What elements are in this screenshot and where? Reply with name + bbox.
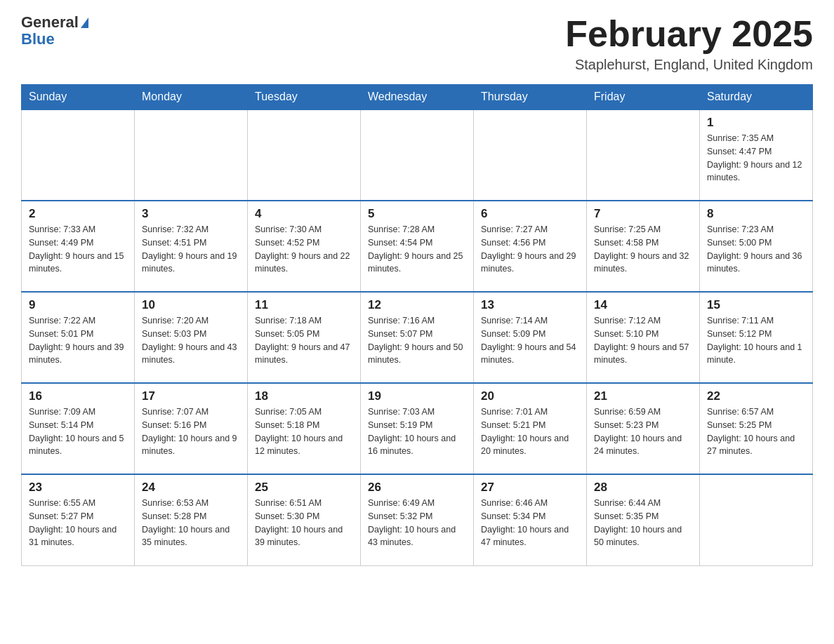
weekday-header-monday: Monday: [135, 85, 248, 110]
day-info: Sunrise: 7:35 AM Sunset: 4:47 PM Dayligh…: [707, 132, 805, 185]
day-info: Sunrise: 7:07 AM Sunset: 5:16 PM Dayligh…: [142, 405, 240, 458]
day-info: Sunrise: 7:18 AM Sunset: 5:05 PM Dayligh…: [255, 314, 353, 367]
day-info: Sunrise: 7:32 AM Sunset: 4:51 PM Dayligh…: [142, 223, 240, 276]
page-header: General Blue February 2025 Staplehurst, …: [21, 14, 813, 73]
calendar-week-row: 1Sunrise: 7:35 AM Sunset: 4:47 PM Daylig…: [22, 109, 813, 201]
day-number: 21: [594, 389, 692, 403]
day-info: Sunrise: 6:55 AM Sunset: 5:27 PM Dayligh…: [29, 497, 127, 549]
day-number: 9: [29, 298, 127, 312]
location-text: Staplehurst, England, United Kingdom: [565, 57, 813, 73]
calendar-cell: 26Sunrise: 6:49 AM Sunset: 5:32 PM Dayli…: [361, 474, 474, 565]
calendar-cell: 27Sunrise: 6:46 AM Sunset: 5:34 PM Dayli…: [474, 474, 587, 565]
day-info: Sunrise: 7:33 AM Sunset: 4:49 PM Dayligh…: [29, 223, 127, 276]
weekday-header-thursday: Thursday: [474, 85, 587, 110]
day-info: Sunrise: 7:05 AM Sunset: 5:18 PM Dayligh…: [255, 405, 353, 458]
calendar-cell: 24Sunrise: 6:53 AM Sunset: 5:28 PM Dayli…: [135, 474, 248, 565]
day-number: 19: [368, 389, 466, 403]
day-number: 5: [368, 207, 466, 221]
calendar-cell: [248, 109, 361, 201]
calendar-cell: 17Sunrise: 7:07 AM Sunset: 5:16 PM Dayli…: [135, 383, 248, 474]
day-number: 23: [29, 481, 127, 495]
day-info: Sunrise: 7:01 AM Sunset: 5:21 PM Dayligh…: [481, 405, 579, 458]
day-info: Sunrise: 7:12 AM Sunset: 5:10 PM Dayligh…: [594, 314, 692, 367]
weekday-header-saturday: Saturday: [700, 85, 813, 110]
calendar-cell: 8Sunrise: 7:23 AM Sunset: 5:00 PM Daylig…: [700, 201, 813, 292]
day-number: 27: [481, 481, 579, 495]
day-info: Sunrise: 6:46 AM Sunset: 5:34 PM Dayligh…: [481, 497, 579, 549]
calendar-week-row: 9Sunrise: 7:22 AM Sunset: 5:01 PM Daylig…: [22, 292, 813, 383]
calendar-cell: 20Sunrise: 7:01 AM Sunset: 5:21 PM Dayli…: [474, 383, 587, 474]
calendar-cell: 2Sunrise: 7:33 AM Sunset: 4:49 PM Daylig…: [22, 201, 135, 292]
calendar-table: SundayMondayTuesdayWednesdayThursdayFrid…: [21, 84, 813, 566]
calendar-cell: [474, 109, 587, 201]
logo-triangle-icon: [81, 18, 88, 28]
day-number: 8: [707, 207, 805, 221]
day-info: Sunrise: 6:57 AM Sunset: 5:25 PM Dayligh…: [707, 405, 805, 458]
day-info: Sunrise: 7:14 AM Sunset: 5:09 PM Dayligh…: [481, 314, 579, 367]
calendar-cell: 28Sunrise: 6:44 AM Sunset: 5:35 PM Dayli…: [587, 474, 700, 565]
day-number: 13: [481, 298, 579, 312]
calendar-cell: 4Sunrise: 7:30 AM Sunset: 4:52 PM Daylig…: [248, 201, 361, 292]
weekday-header-tuesday: Tuesday: [248, 85, 361, 110]
weekday-header-wednesday: Wednesday: [361, 85, 474, 110]
calendar-cell: 23Sunrise: 6:55 AM Sunset: 5:27 PM Dayli…: [22, 474, 135, 565]
calendar-cell: 10Sunrise: 7:20 AM Sunset: 5:03 PM Dayli…: [135, 292, 248, 383]
day-number: 11: [255, 298, 353, 312]
calendar-week-row: 16Sunrise: 7:09 AM Sunset: 5:14 PM Dayli…: [22, 383, 813, 474]
day-info: Sunrise: 6:53 AM Sunset: 5:28 PM Dayligh…: [142, 497, 240, 549]
calendar-cell: 22Sunrise: 6:57 AM Sunset: 5:25 PM Dayli…: [700, 383, 813, 474]
weekday-header-row: SundayMondayTuesdayWednesdayThursdayFrid…: [22, 85, 813, 110]
day-number: 1: [707, 116, 805, 130]
day-info: Sunrise: 7:03 AM Sunset: 5:19 PM Dayligh…: [368, 405, 466, 458]
calendar-cell: 15Sunrise: 7:11 AM Sunset: 5:12 PM Dayli…: [700, 292, 813, 383]
day-info: Sunrise: 7:27 AM Sunset: 4:56 PM Dayligh…: [481, 223, 579, 276]
day-info: Sunrise: 7:30 AM Sunset: 4:52 PM Dayligh…: [255, 223, 353, 276]
day-number: 7: [594, 207, 692, 221]
calendar-cell: 14Sunrise: 7:12 AM Sunset: 5:10 PM Dayli…: [587, 292, 700, 383]
day-number: 22: [707, 389, 805, 403]
day-info: Sunrise: 7:25 AM Sunset: 4:58 PM Dayligh…: [594, 223, 692, 276]
day-number: 4: [255, 207, 353, 221]
day-number: 6: [481, 207, 579, 221]
day-number: 10: [142, 298, 240, 312]
day-number: 16: [29, 389, 127, 403]
calendar-cell: 13Sunrise: 7:14 AM Sunset: 5:09 PM Dayli…: [474, 292, 587, 383]
calendar-body: 1Sunrise: 7:35 AM Sunset: 4:47 PM Daylig…: [22, 109, 813, 565]
logo-general-text: General: [21, 14, 79, 31]
day-number: 17: [142, 389, 240, 403]
calendar-cell: 16Sunrise: 7:09 AM Sunset: 5:14 PM Dayli…: [22, 383, 135, 474]
day-number: 28: [594, 481, 692, 495]
day-info: Sunrise: 7:28 AM Sunset: 4:54 PM Dayligh…: [368, 223, 466, 276]
month-title: February 2025: [565, 14, 813, 54]
logo: General Blue: [21, 14, 88, 48]
calendar-cell: [700, 474, 813, 565]
calendar-week-row: 23Sunrise: 6:55 AM Sunset: 5:27 PM Dayli…: [22, 474, 813, 565]
day-number: 18: [255, 389, 353, 403]
calendar-cell: 21Sunrise: 6:59 AM Sunset: 5:23 PM Dayli…: [587, 383, 700, 474]
day-number: 14: [594, 298, 692, 312]
calendar-cell: 1Sunrise: 7:35 AM Sunset: 4:47 PM Daylig…: [700, 109, 813, 201]
calendar-cell: 25Sunrise: 6:51 AM Sunset: 5:30 PM Dayli…: [248, 474, 361, 565]
calendar-cell: 5Sunrise: 7:28 AM Sunset: 4:54 PM Daylig…: [361, 201, 474, 292]
calendar-cell: 12Sunrise: 7:16 AM Sunset: 5:07 PM Dayli…: [361, 292, 474, 383]
calendar-cell: [135, 109, 248, 201]
day-info: Sunrise: 7:09 AM Sunset: 5:14 PM Dayligh…: [29, 405, 127, 458]
day-info: Sunrise: 7:20 AM Sunset: 5:03 PM Dayligh…: [142, 314, 240, 367]
day-info: Sunrise: 6:44 AM Sunset: 5:35 PM Dayligh…: [594, 497, 692, 549]
calendar-cell: 11Sunrise: 7:18 AM Sunset: 5:05 PM Dayli…: [248, 292, 361, 383]
day-number: 3: [142, 207, 240, 221]
day-number: 12: [368, 298, 466, 312]
calendar-cell: [22, 109, 135, 201]
day-number: 20: [481, 389, 579, 403]
weekday-header-sunday: Sunday: [22, 85, 135, 110]
day-number: 25: [255, 481, 353, 495]
calendar-cell: 3Sunrise: 7:32 AM Sunset: 4:51 PM Daylig…: [135, 201, 248, 292]
day-info: Sunrise: 7:22 AM Sunset: 5:01 PM Dayligh…: [29, 314, 127, 367]
calendar-cell: 6Sunrise: 7:27 AM Sunset: 4:56 PM Daylig…: [474, 201, 587, 292]
day-number: 2: [29, 207, 127, 221]
calendar-cell: 19Sunrise: 7:03 AM Sunset: 5:19 PM Dayli…: [361, 383, 474, 474]
weekday-header-friday: Friday: [587, 85, 700, 110]
logo-blue-text: Blue: [21, 30, 55, 48]
calendar-cell: 9Sunrise: 7:22 AM Sunset: 5:01 PM Daylig…: [22, 292, 135, 383]
day-info: Sunrise: 7:11 AM Sunset: 5:12 PM Dayligh…: [707, 314, 805, 367]
